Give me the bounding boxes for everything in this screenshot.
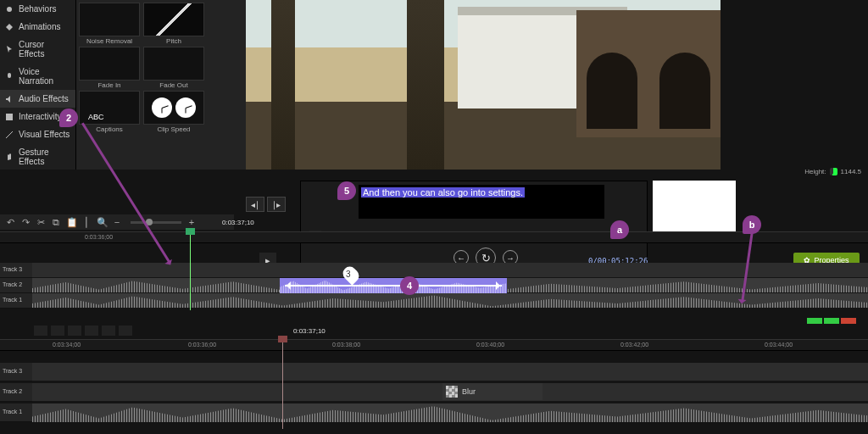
track-label-1-lower[interactable]: Track 1 [0,403,32,422]
playhead-upper[interactable] [190,230,191,310]
next-frame-button[interactable]: ∣▸ [267,197,286,212]
tool-btn[interactable] [34,326,47,336]
hand-icon [5,153,14,161]
zoom-slider[interactable] [131,221,181,224]
callout-a: a [610,220,629,239]
zoom-icon[interactable]: 🔍 [97,217,107,227]
track-label-3[interactable]: Track 3 [0,263,32,278]
sidebar-label: Interactivity [19,112,62,121]
tool-btn[interactable] [51,326,64,336]
mic-icon [5,72,14,81]
effect-noise-removal[interactable]: Noise Removal [79,3,140,45]
effect-pitch[interactable]: Pitch [143,3,204,45]
callout-4: 4 [400,276,419,295]
height-value: 1144.5 [841,168,861,175]
track-label-2[interactable]: Track 2 [0,278,32,293]
paste-icon[interactable]: 📋 [66,217,76,227]
sidebar-label: Behaviors [19,4,56,14]
effect-label: Noise Removal [79,37,140,45]
effect-label: Pitch [143,37,204,45]
abc-badge: ABC [85,112,108,122]
color-swatch[interactable] [841,318,856,324]
undo-icon[interactable]: ↶ [5,217,15,227]
tool-btn[interactable] [119,326,132,336]
sidebar-item-voice-narration[interactable]: Voice Narration [0,63,75,90]
zoom-plus-icon[interactable]: + [186,217,197,227]
caption-text-input[interactable]: And then you can also go into settings. [359,185,604,219]
svg-rect-1 [8,73,11,78]
sidebar-item-behaviors[interactable]: Behaviors [0,0,75,18]
track-label-1[interactable]: Track 1 [0,293,32,309]
tool-btn[interactable] [85,326,98,336]
effects-grid: Noise Removal Pitch Fade In Fade Out ABC… [76,0,246,170]
effect-label: Clip Speed [143,125,204,133]
callout-b: b [743,215,761,234]
span-arrow [285,283,502,288]
tool-btn[interactable] [102,326,115,336]
track-label-2-lower[interactable]: Track 2 [0,383,32,402]
color-swatch[interactable] [824,318,839,324]
playhead-lower[interactable] [282,337,283,429]
effect-fade-in[interactable]: Fade In [79,47,140,89]
sidebar-label: Gesture Effects [19,147,70,166]
effect-label: Fade Out [143,81,204,89]
ruler-tick: 0:03:38;00 [332,342,360,348]
track-3[interactable] [32,263,868,278]
sidebar-label: Animations [19,22,60,31]
interact-icon [5,113,14,121]
transport-controls: ◂∣ ∣▸ [246,197,286,212]
sidebar-item-cursor-effects[interactable]: Cursor Effects [0,36,75,63]
thumb: ABC [79,91,140,125]
thumb [143,91,204,125]
wand-icon [5,131,14,139]
thumb [143,47,204,81]
sidebar-label: Audio Effects [19,94,69,103]
tool-btn[interactable] [68,326,81,336]
checker-icon [446,386,458,398]
callout-5: 5 [337,181,356,200]
behavior-icon [5,5,14,14]
redo-icon[interactable]: ↷ [20,217,31,227]
svg-rect-2 [6,114,13,120]
track-label-3-lower[interactable]: Track 3 [0,363,32,381]
effects-sidebar: Behaviors Animations Cursor Effects Voic… [0,0,76,170]
playhead-timecode-lower: 0:03:37;10 [293,327,326,335]
preview-frame [246,0,721,170]
timeline-ruler-lower[interactable]: 0:03:34;00 0:03:36;00 0:03:38;00 0:03:40… [0,339,868,351]
sidebar-label: Cursor Effects [19,40,70,58]
playhead-flag-icon [278,336,287,342]
caption-text: And then you can also go into settings. [361,187,525,198]
blur-label: Blur [462,387,476,396]
effect-captions[interactable]: ABCCaptions [79,91,140,133]
effect-clip-speed[interactable]: Clip Speed [143,91,204,133]
cut-icon[interactable]: ✂ [36,217,46,227]
video-preview[interactable] [246,0,721,170]
split-icon[interactable]: ⎮ [81,217,92,227]
height-readout: Height: 1144.5 [804,168,861,175]
copy-icon[interactable]: ⧉ [51,217,61,227]
color-swatch[interactable] [807,318,822,324]
ruler-tick: 0:03:36;00 [85,234,113,240]
sidebar-label: Visual Effects [19,130,70,139]
slide-thumb [653,181,736,231]
blur-clip[interactable]: Blur [442,383,542,400]
playhead-flag-icon [186,228,195,235]
prev-frame-button[interactable]: ◂∣ [246,197,264,212]
sidebar-item-animations[interactable]: Animations [0,18,75,36]
zoom-minus-icon[interactable]: − [112,217,122,227]
track-1-lower[interactable] [32,403,868,422]
ruler-tick: 0:03:44;00 [765,342,793,348]
sidebar-item-audio-effects[interactable]: Audio Effects [0,90,75,108]
track-3-lower[interactable] [32,363,868,381]
speaker-icon [5,95,14,103]
timeline-ruler-upper[interactable]: 0:03:36;00 [0,231,868,243]
ruler-tick: 0:03:34;00 [53,342,81,348]
timeline-lower-tools [34,326,132,336]
sidebar-item-visual-effects[interactable]: Visual Effects [0,125,75,143]
effect-fade-out[interactable]: Fade Out [143,47,204,89]
cursor-icon [5,45,14,53]
audio-clip-lower[interactable] [32,403,868,422]
animation-icon [5,23,14,31]
sidebar-item-gesture-effects[interactable]: Gesture Effects [0,143,75,170]
thumb [143,3,204,36]
